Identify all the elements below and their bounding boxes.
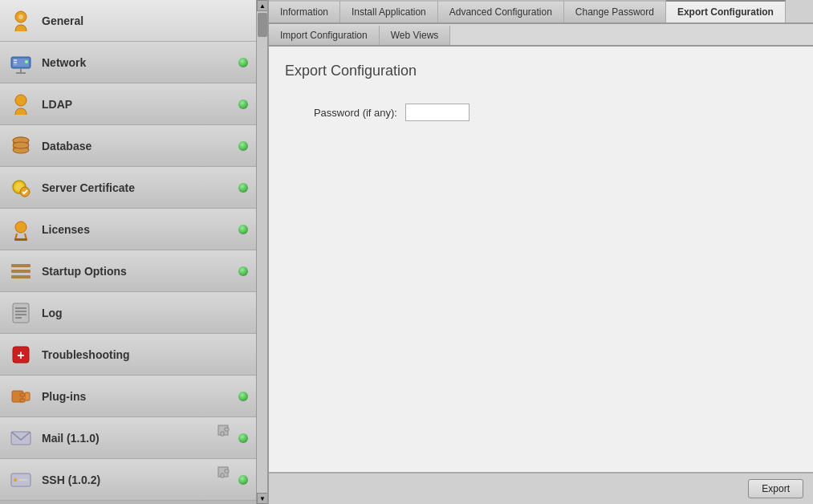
svg-point-15 — [13, 142, 29, 148]
svg-rect-5 — [14, 62, 17, 63]
tab-import-configuration[interactable]: Import Configuration — [269, 26, 380, 45]
svg-rect-4 — [14, 59, 17, 61]
sidebar-item-log[interactable]: Log — [0, 292, 256, 334]
scroll-track — [257, 11, 267, 493]
ssh-icon — [8, 467, 34, 493]
svg-rect-39 — [225, 428, 229, 431]
top-tabs-bar: Information Install Application Advanced… — [269, 0, 813, 24]
tab-export-configuration[interactable]: Export Configuration — [666, 0, 786, 22]
svg-rect-25 — [11, 275, 30, 278]
svg-rect-43 — [18, 479, 28, 481]
svg-rect-26 — [13, 303, 29, 323]
sidebar-item-general-label: General — [42, 14, 248, 27]
certificate-icon — [8, 175, 34, 201]
sidebar-item-startup-options[interactable]: Startup Options — [0, 250, 256, 292]
startup-options-status-dot — [238, 266, 248, 276]
svg-point-19 — [15, 222, 26, 233]
svg-rect-35 — [20, 399, 25, 402]
sidebar-item-server-certificate[interactable]: Server Certificate — [0, 167, 256, 209]
page-title: Export Configuration — [285, 63, 797, 79]
licenses-icon — [8, 217, 34, 242]
sidebar-item-log-label: Log — [42, 307, 248, 319]
svg-rect-36 — [25, 392, 30, 400]
svg-rect-24 — [11, 270, 30, 273]
sidebar-item-startup-options-label: Startup Options — [42, 265, 248, 278]
svg-rect-9 — [16, 72, 26, 74]
svg-text:+: + — [17, 348, 24, 362]
tab-web-views[interactable]: Web Views — [380, 26, 451, 45]
password-input[interactable] — [405, 104, 470, 121]
sidebar-item-ldap-label: LDAP — [42, 98, 248, 111]
database-icon — [8, 133, 34, 159]
troubleshooting-icon: + — [8, 342, 34, 368]
ldap-icon — [8, 91, 34, 117]
svg-rect-40 — [221, 432, 224, 436]
sidebar-item-licenses[interactable]: Licenses — [0, 209, 256, 250]
password-row: Password (if any): — [285, 104, 797, 121]
svg-point-42 — [14, 478, 17, 482]
tab-information[interactable]: Information — [269, 0, 340, 22]
ssh-status-dot — [238, 475, 248, 485]
svg-rect-6 — [14, 64, 17, 65]
svg-point-7 — [25, 60, 28, 63]
network-status-dot — [238, 58, 248, 67]
svg-rect-23 — [11, 264, 30, 267]
sidebar-item-general[interactable]: General — [0, 0, 256, 42]
content-panel: Export Configuration Password (if any): — [269, 47, 813, 472]
sidebar-item-plug-ins-label: Plug-ins — [42, 390, 248, 403]
log-icon — [8, 300, 34, 326]
plugins-icon — [8, 384, 34, 409]
mail-status-dot — [238, 433, 248, 443]
sidebar-item-database[interactable]: Database — [0, 125, 256, 167]
sidebar-item-database-label: Database — [42, 140, 248, 152]
scroll-up-button[interactable]: ▲ — [257, 0, 268, 11]
svg-point-10 — [15, 95, 26, 106]
database-status-dot — [238, 141, 248, 151]
ldap-status-dot — [238, 100, 248, 109]
sidebar-scrollbar: ▲ ▼ — [256, 0, 267, 504]
tab-change-password[interactable]: Change Password — [564, 0, 666, 22]
network-icon — [8, 50, 34, 75]
general-icon — [8, 8, 34, 34]
mail-icon — [8, 425, 34, 451]
sidebar-items-container: General Network — [0, 0, 256, 501]
svg-point-1 — [18, 14, 23, 19]
svg-rect-46 — [221, 474, 224, 478]
mail-puzzle-icon — [217, 424, 233, 440]
sidebar-item-ssh[interactable]: SSH (1.0.2) — [0, 459, 256, 501]
sidebar: General Network — [0, 0, 269, 504]
password-label: Password (if any): — [285, 107, 397, 119]
svg-rect-34 — [20, 393, 25, 396]
scroll-thumb — [258, 13, 267, 37]
server-certificate-status-dot — [238, 183, 248, 193]
sidebar-item-plug-ins[interactable]: Plug-ins — [0, 376, 256, 417]
sidebar-item-ldap[interactable]: LDAP — [0, 83, 256, 125]
scroll-down-button[interactable]: ▼ — [257, 493, 268, 504]
licenses-status-dot — [238, 225, 248, 234]
sidebar-item-network[interactable]: Network — [0, 42, 256, 83]
export-button[interactable]: Export — [748, 479, 803, 498]
main-content-area: Information Install Application Advanced… — [269, 0, 813, 504]
sidebar-item-server-certificate-label: Server Certificate — [42, 181, 248, 194]
ssh-puzzle-icon — [217, 465, 233, 482]
sidebar-item-network-label: Network — [42, 56, 248, 69]
tab-advanced-configuration[interactable]: Advanced Configuration — [438, 0, 564, 22]
startup-icon — [8, 258, 34, 284]
sidebar-item-troubleshooting[interactable]: + Troubleshooting — [0, 334, 256, 376]
svg-rect-45 — [225, 469, 229, 473]
plugins-status-dot — [238, 392, 248, 401]
sidebar-item-troubleshooting-label: Troubleshooting — [42, 348, 248, 361]
second-tabs-bar: Import Configuration Web Views — [269, 24, 813, 47]
svg-rect-22 — [14, 238, 27, 241]
sidebar-item-licenses-label: Licenses — [42, 223, 248, 236]
footer-bar: Export — [269, 472, 813, 504]
tab-install-application[interactable]: Install Application — [340, 0, 438, 22]
sidebar-item-mail[interactable]: Mail (1.1.0) — [0, 417, 256, 459]
